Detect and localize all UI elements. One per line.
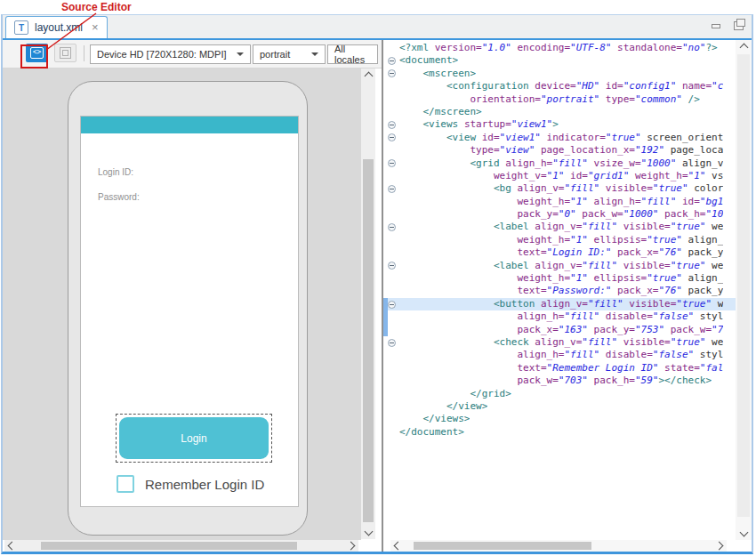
code-line[interactable]: <?xml version="1.0" encoding="UTF-8" sta…: [383, 42, 736, 54]
code-line[interactable]: <views startup="view1">: [383, 118, 736, 131]
scroll-up-icon[interactable]: [736, 40, 752, 52]
scroll-down-icon[interactable]: [736, 528, 752, 540]
fold-collapse-icon[interactable]: [383, 68, 399, 80]
code-text: <button align_v="fill" visible="true" w: [399, 298, 723, 310]
scroll-up-icon[interactable]: [361, 68, 375, 81]
scrollbar-thumb[interactable]: [737, 54, 750, 517]
code-line[interactable]: <button align_v="fill" visible="true" w: [383, 298, 736, 310]
orientation-select[interactable]: portrait: [253, 44, 326, 64]
fold-collapse-icon[interactable]: [383, 157, 399, 170]
code-line[interactable]: align_h="fill" disable="false" styl: [383, 310, 736, 323]
scroll-right-icon[interactable]: [346, 540, 358, 552]
scrollbar-thumb[interactable]: [41, 542, 297, 550]
code-line[interactable]: </grid>: [383, 388, 736, 400]
minimize-icon[interactable]: [712, 24, 720, 28]
code-line[interactable]: </views>: [383, 413, 736, 425]
code-line[interactable]: text="Password:" pack_x="76" pack_y: [383, 285, 736, 297]
code-text: weight_v="1" id="grid1" weight_h="1" vs: [399, 170, 723, 182]
preview-vertical-scrollbar[interactable]: [361, 68, 375, 539]
fold-spacer: [383, 272, 399, 285]
code-text: weight_h="1" ellipsis="true" align_: [399, 234, 723, 246]
scroll-right-icon[interactable]: [714, 540, 727, 552]
code-line[interactable]: </mscreen>: [383, 106, 736, 118]
code-line[interactable]: type="view" page_location_x="192" page_l…: [383, 144, 736, 157]
device-screen[interactable]: Login ID: Password: Login Remember Login…: [80, 116, 299, 507]
selected-widget-outline[interactable]: Login: [116, 414, 272, 463]
fold-collapse-icon[interactable]: [383, 118, 399, 131]
tab-bar: T layout.xml ×: [3, 15, 752, 40]
code-horizontal-scrollbar[interactable]: [390, 540, 727, 552]
code-line[interactable]: <mscreen>: [383, 68, 736, 80]
source-editor-button[interactable]: [26, 44, 48, 62]
code-line[interactable]: </view>: [383, 400, 736, 413]
code-text: pack_x="163" pack_y="753" pack_w="7: [399, 324, 723, 336]
code-line[interactable]: weight_v="1" id="grid1" weight_h="1" vs: [383, 170, 736, 182]
preview-password-label[interactable]: Password:: [98, 192, 140, 202]
code-text: <mscreen>: [399, 68, 476, 80]
fold-spacer: [383, 106, 399, 118]
fold-collapse-icon[interactable]: [383, 336, 399, 349]
preview-horizontal-scrollbar[interactable]: [4, 540, 358, 552]
source-editor-pane: <?xml version="1.0" encoding="UTF-8" sta…: [382, 40, 752, 552]
fold-spacer: [383, 349, 399, 361]
code-line[interactable]: <configuration device="HD" id="config1" …: [383, 80, 736, 93]
remember-checkbox-row[interactable]: Remember Login ID: [117, 475, 264, 493]
code-text: pack_y="0" pack_w="1000" pack_h="10: [399, 208, 723, 221]
fold-collapse-icon[interactable]: [383, 132, 399, 144]
scroll-left-icon[interactable]: [4, 540, 17, 552]
code-line[interactable]: pack_x="163" pack_y="753" pack_w="7: [383, 324, 736, 336]
restore-icon[interactable]: [734, 21, 744, 30]
code-vertical-scrollbar[interactable]: [736, 40, 752, 540]
remember-checkbox-box[interactable]: [117, 475, 134, 493]
code-line[interactable]: weight_h="1" ellipsis="true" align_: [383, 272, 736, 285]
scrollbar-thumb[interactable]: [363, 159, 374, 522]
code-line[interactable]: pack_y="0" pack_w="1000" pack_h="10: [383, 208, 736, 221]
code-text: <document>: [399, 54, 458, 67]
code-line[interactable]: weight_h="1" align_h="fill" id="bg1: [383, 196, 736, 208]
tab-close-icon[interactable]: ×: [92, 22, 99, 33]
chevron-down-icon: [237, 52, 244, 56]
chevron-down-icon: [311, 52, 318, 56]
fold-spacer: [383, 144, 399, 157]
fold-collapse-icon[interactable]: [383, 182, 399, 195]
code-line[interactable]: text="Remember Login ID" state="fal: [383, 362, 736, 375]
code-line[interactable]: text="Login ID:" pack_x="76" pack_y: [383, 246, 736, 259]
code-line[interactable]: <label align_v="fill" visible="true" we: [383, 221, 736, 233]
code-editor[interactable]: <?xml version="1.0" encoding="UTF-8" sta…: [383, 40, 736, 540]
editor-content: Device HD [720X1280: MDPI] portrait All …: [3, 40, 752, 552]
code-line[interactable]: <document>: [383, 54, 736, 67]
phone-header-bar[interactable]: [81, 117, 298, 133]
view-window-controls: [712, 21, 744, 30]
code-text: <bg align_v="fill" visible="true" color: [399, 182, 723, 195]
code-line[interactable]: <label align_v="fill" visible="true" we: [383, 260, 736, 272]
preview-login-id-label[interactable]: Login ID:: [98, 167, 133, 177]
code-line[interactable]: <view id="view1" indicator="true" screen…: [383, 132, 736, 144]
code-line[interactable]: weight_h="1" ellipsis="true" align_: [383, 234, 736, 246]
code-line[interactable]: </document>: [383, 426, 736, 439]
code-text: </view>: [399, 400, 487, 413]
scrollbar-thumb[interactable]: [414, 542, 591, 550]
tab-layout-xml[interactable]: T layout.xml ×: [5, 16, 108, 38]
fold-spacer: [383, 285, 399, 297]
fold-collapse-icon[interactable]: [383, 260, 399, 272]
preview-canvas[interactable]: Login ID: Password: Login Remember Login…: [3, 68, 361, 540]
code-line[interactable]: align_h="fill" disable="false" styl: [383, 349, 736, 361]
locales-button[interactable]: All locales: [327, 44, 378, 64]
code-line[interactable]: <check align_v="fill" visible="true" we: [383, 336, 736, 349]
fold-spacer: [383, 93, 399, 106]
code-line[interactable]: <grid align_h="fill" vsize_w="1000" alig…: [383, 157, 736, 170]
code-line[interactable]: orientation="portrait" type="common" />: [383, 93, 736, 106]
code-text: <check align_v="fill" visible="true" we: [399, 336, 723, 349]
code-line[interactable]: pack_w="703" pack_h="59"></check>: [383, 375, 736, 387]
code-text: </grid>: [399, 388, 511, 400]
fold-collapse-icon[interactable]: [383, 54, 399, 67]
scroll-left-icon[interactable]: [390, 540, 403, 552]
design-preview-pane: Device HD [720X1280: MDPI] portrait All …: [3, 40, 382, 552]
design-editor-button[interactable]: [54, 44, 76, 62]
code-line[interactable]: <bg align_v="fill" visible="true" color: [383, 182, 736, 195]
device-select-value: Device HD [720X1280: MDPI]: [97, 49, 227, 60]
scroll-down-icon[interactable]: [361, 527, 375, 539]
fold-collapse-icon[interactable]: [383, 221, 399, 233]
device-select[interactable]: Device HD [720X1280: MDPI]: [90, 44, 251, 64]
login-button[interactable]: Login: [119, 417, 269, 459]
